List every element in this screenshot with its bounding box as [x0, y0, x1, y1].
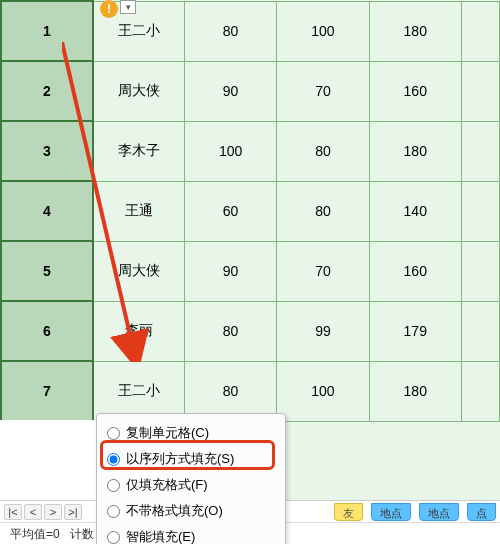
cell-index[interactable]: 5 — [1, 241, 93, 301]
nav-last-button[interactable]: >| — [64, 504, 82, 520]
table-row: 5 周大侠 90 70 160 — [1, 241, 500, 301]
cell-value[interactable]: 60 — [184, 181, 276, 241]
table-row: 6 李丽 80 99 179 — [1, 301, 500, 361]
radio-fill-without-format[interactable] — [107, 505, 120, 518]
cell-partial[interactable] — [461, 61, 499, 121]
cell-index[interactable]: 7 — [1, 361, 93, 421]
cell-value[interactable]: 80 — [184, 361, 276, 421]
cell-name[interactable]: 周大侠 — [93, 241, 185, 301]
nav-first-button[interactable]: |< — [4, 504, 22, 520]
cell-name[interactable]: 周大侠 — [93, 61, 185, 121]
cell-partial[interactable] — [461, 181, 499, 241]
sheet-tab[interactable]: 地点 — [419, 503, 459, 521]
radio-flash-fill[interactable] — [107, 531, 120, 544]
menu-label: 智能填充(E) — [126, 528, 195, 544]
cell-index[interactable]: 2 — [1, 61, 93, 121]
autofill-options-menu[interactable]: 复制单元格(C) 以序列方式填充(S) 仅填充格式(F) 不带格式填充(O) 智… — [96, 413, 286, 544]
cell-value[interactable]: 80 — [277, 121, 369, 181]
table-row: 4 王通 60 80 140 — [1, 181, 500, 241]
cell-index[interactable]: 3 — [1, 121, 93, 181]
status-count: 计数 — [70, 527, 94, 541]
data-table[interactable]: 1 王二小 80 100 180 2 周大侠 90 70 160 3 李木子 1… — [0, 0, 500, 422]
menu-label: 复制单元格(C) — [126, 424, 209, 442]
radio-fill-series[interactable] — [107, 453, 120, 466]
cell-value[interactable]: 90 — [184, 61, 276, 121]
cell-value[interactable]: 140 — [369, 181, 461, 241]
cell-value[interactable]: 180 — [369, 121, 461, 181]
cell-value[interactable]: 90 — [184, 241, 276, 301]
cell-value[interactable]: 180 — [369, 361, 461, 421]
table-row: 3 李木子 100 80 180 — [1, 121, 500, 181]
cell-value[interactable]: 180 — [369, 1, 461, 61]
cell-value[interactable]: 70 — [277, 61, 369, 121]
menu-label: 仅填充格式(F) — [126, 476, 208, 494]
cell-partial[interactable] — [461, 121, 499, 181]
cell-partial[interactable] — [461, 1, 499, 61]
cell-value[interactable]: 179 — [369, 301, 461, 361]
cell-value[interactable]: 70 — [277, 241, 369, 301]
table-row: 7 王二小 80 100 180 — [1, 361, 500, 421]
cell-partial[interactable] — [461, 301, 499, 361]
menu-label: 不带格式填充(O) — [126, 502, 223, 520]
cell-name[interactable]: 王二小 — [93, 361, 185, 421]
cell-value[interactable]: 100 — [277, 361, 369, 421]
cell-value[interactable]: 80 — [184, 1, 276, 61]
radio-copy-cells[interactable] — [107, 427, 120, 440]
cell-value[interactable]: 160 — [369, 61, 461, 121]
menu-item-fill-series[interactable]: 以序列方式填充(S) — [101, 446, 281, 472]
status-average: 平均值=0 — [10, 527, 60, 541]
warning-icon[interactable]: ! — [100, 0, 118, 18]
cell-value[interactable]: 99 — [277, 301, 369, 361]
radio-fill-format-only[interactable] — [107, 479, 120, 492]
smart-tag-dropdown-icon[interactable]: ▾ — [120, 0, 136, 14]
cell-partial[interactable] — [461, 361, 499, 421]
empty-area — [0, 420, 96, 500]
cell-name[interactable]: 王通 — [93, 181, 185, 241]
cell-index[interactable]: 1 — [1, 1, 93, 61]
cell-value[interactable]: 80 — [277, 181, 369, 241]
nav-prev-button[interactable]: < — [24, 504, 42, 520]
menu-item-copy-cells[interactable]: 复制单元格(C) — [101, 420, 281, 446]
cell-value[interactable]: 100 — [277, 1, 369, 61]
menu-label: 以序列方式填充(S) — [126, 450, 234, 468]
cell-value[interactable]: 100 — [184, 121, 276, 181]
table-row: 1 王二小 80 100 180 — [1, 1, 500, 61]
sheet-tab[interactable]: 友 — [334, 503, 363, 521]
menu-item-fill-without-format[interactable]: 不带格式填充(O) — [101, 498, 281, 524]
table-row: 2 周大侠 90 70 160 — [1, 61, 500, 121]
sheet-tab[interactable]: 点 — [467, 503, 496, 521]
cell-name[interactable]: 李丽 — [93, 301, 185, 361]
cell-index[interactable]: 6 — [1, 301, 93, 361]
nav-next-button[interactable]: > — [44, 504, 62, 520]
menu-item-flash-fill[interactable]: 智能填充(E) — [101, 524, 281, 544]
cell-value[interactable]: 160 — [369, 241, 461, 301]
sheet-tab[interactable]: 地点 — [371, 503, 411, 521]
spreadsheet-grid[interactable]: 1 王二小 80 100 180 2 周大侠 90 70 160 3 李木子 1… — [0, 0, 500, 422]
menu-item-fill-format-only[interactable]: 仅填充格式(F) — [101, 472, 281, 498]
cell-value[interactable]: 80 — [184, 301, 276, 361]
cell-name[interactable]: 李木子 — [93, 121, 185, 181]
cell-index[interactable]: 4 — [1, 181, 93, 241]
cell-partial[interactable] — [461, 241, 499, 301]
